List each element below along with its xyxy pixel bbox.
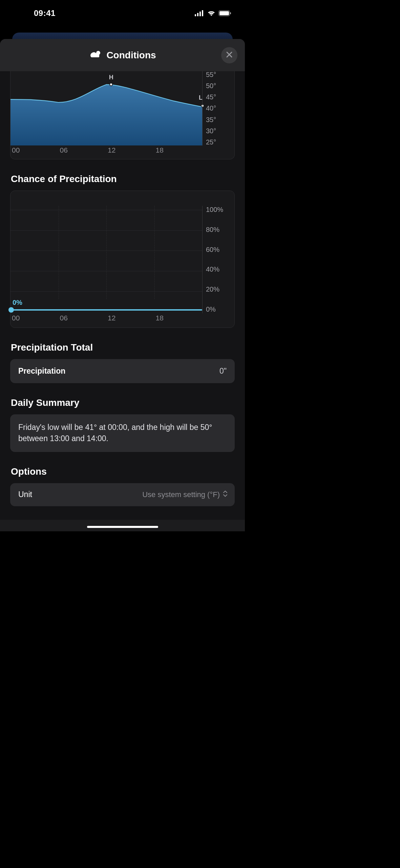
unit-value-wrap: Use system setting (°F) — [142, 490, 228, 499]
precipitation-x-axis: 00 06 12 18 — [10, 314, 202, 328]
precipitation-chart[interactable]: 0% 100% 80% 60% 40% 20% 0% 00 06 12 18 — [10, 191, 235, 328]
svg-rect-5 — [219, 11, 229, 15]
daily-summary-title: Daily Summary — [11, 397, 234, 408]
y-tick: 50° — [206, 82, 230, 89]
temperature-plot-area: H L — [10, 71, 202, 145]
unit-option-row[interactable]: Unit Use system setting (°F) — [10, 483, 235, 506]
temp-high-dot — [109, 83, 113, 86]
x-tick: 12 — [106, 146, 154, 159]
unit-value: Use system setting (°F) — [142, 490, 220, 499]
battery-icon — [218, 10, 231, 16]
status-indicators — [195, 10, 231, 17]
precipitation-total-title: Precipitation Total — [11, 342, 234, 353]
y-tick: 100% — [206, 206, 231, 214]
daily-summary-text: Friday's low will be 41° at 00:00, and t… — [18, 422, 227, 445]
conditions-sheet: Conditions — [0, 39, 245, 531]
sheet-title: Conditions — [106, 50, 156, 61]
wifi-icon — [207, 10, 216, 17]
svg-rect-3 — [202, 10, 203, 16]
y-tick: 55° — [206, 71, 230, 78]
close-button[interactable] — [221, 47, 237, 63]
x-tick: 06 — [59, 314, 107, 328]
status-bar: 09:41 — [0, 0, 245, 24]
temperature-y-axis: 55° 50° 45° 40° 35° 30° 25° — [202, 71, 234, 145]
precipitation-total-card: Precipitation 0" — [10, 359, 235, 383]
svg-rect-0 — [195, 14, 196, 16]
y-tick: 60% — [206, 246, 231, 254]
y-tick: 25° — [206, 139, 230, 145]
temperature-x-axis: 00 06 12 18 — [10, 146, 202, 159]
x-tick: 06 — [59, 146, 107, 159]
svg-rect-2 — [199, 12, 201, 16]
options-title: Options — [11, 466, 234, 477]
daily-summary-card: Friday's low will be 41° at 00:00, and t… — [10, 414, 235, 452]
precipitation-current-value: 0% — [13, 299, 22, 307]
svg-rect-6 — [230, 12, 231, 14]
precipitation-total-value: 0" — [219, 367, 227, 376]
x-tick: 18 — [154, 146, 203, 159]
cloud-icon — [89, 50, 102, 61]
y-tick: 80% — [206, 226, 231, 234]
x-tick: 18 — [154, 314, 203, 328]
grid-line — [106, 206, 107, 299]
y-tick: 0% — [206, 305, 231, 313]
x-tick: 00 — [10, 314, 59, 328]
precipitation-start-dot — [8, 307, 14, 313]
close-icon — [226, 51, 233, 59]
svg-rect-1 — [197, 13, 198, 16]
precipitation-data-line — [10, 309, 202, 311]
status-time: 09:41 — [34, 8, 56, 18]
x-tick: 00 — [10, 146, 59, 159]
temp-high-label: H — [109, 74, 113, 81]
sheet-header: Conditions — [0, 39, 245, 71]
grid-line — [154, 206, 155, 299]
y-tick: 30° — [206, 127, 230, 134]
y-tick: 35° — [206, 116, 230, 123]
y-tick: 40° — [206, 105, 230, 112]
unit-label: Unit — [18, 490, 32, 499]
y-tick: 45° — [206, 94, 230, 100]
grid-line — [59, 206, 59, 299]
precipitation-plot-area: 0% — [10, 191, 202, 313]
cellular-signal-icon — [195, 10, 204, 16]
y-tick: 40% — [206, 265, 231, 273]
y-tick: 20% — [206, 285, 231, 293]
x-tick: 12 — [106, 314, 154, 328]
home-indicator[interactable] — [87, 526, 158, 528]
temperature-chart[interactable]: H L 55° 50° 45° 40° 35° 30° 25° 00 06 12… — [10, 71, 235, 159]
precipitation-chance-title: Chance of Precipitation — [11, 174, 234, 184]
precipitation-y-axis: 100% 80% 60% 40% 20% 0% — [202, 206, 234, 313]
svg-point-7 — [96, 51, 100, 55]
sheet-body: H L 55° 50° 45° 40° 35° 30° 25° 00 06 12… — [0, 71, 245, 520]
chevron-up-down-icon — [223, 490, 228, 499]
precipitation-total-label: Precipitation — [18, 367, 65, 376]
